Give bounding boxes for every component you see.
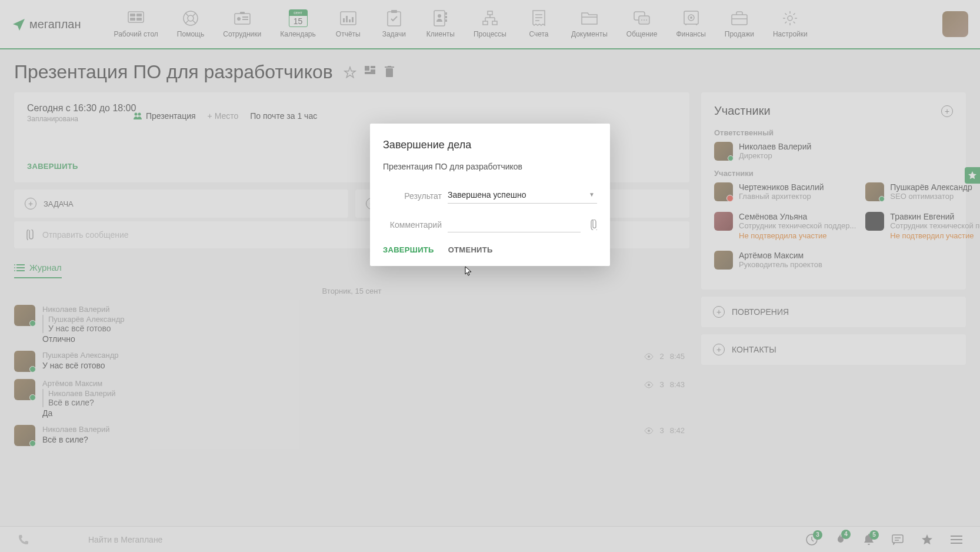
modal-title: Завершение дела (383, 139, 597, 151)
result-label: Результат (383, 191, 442, 201)
modal-subtitle: Презентация ПО для разработчиков (383, 162, 597, 171)
modal-overlay: Завершение дела Презентация ПО для разра… (0, 0, 980, 552)
modal-complete-button[interactable]: ЗАВЕРШИТЬ (383, 245, 434, 254)
modal-cancel-button[interactable]: ОТМЕНИТЬ (448, 245, 493, 254)
attach-icon[interactable] (589, 220, 597, 230)
result-dropdown[interactable]: Завершена успешно ▼ (448, 188, 597, 204)
cursor-icon (465, 266, 473, 277)
complete-modal: Завершение дела Презентация ПО для разра… (370, 124, 610, 266)
comment-label: Комментарий (383, 220, 442, 230)
comment-input[interactable] (448, 217, 581, 232)
chevron-down-icon: ▼ (589, 191, 595, 198)
